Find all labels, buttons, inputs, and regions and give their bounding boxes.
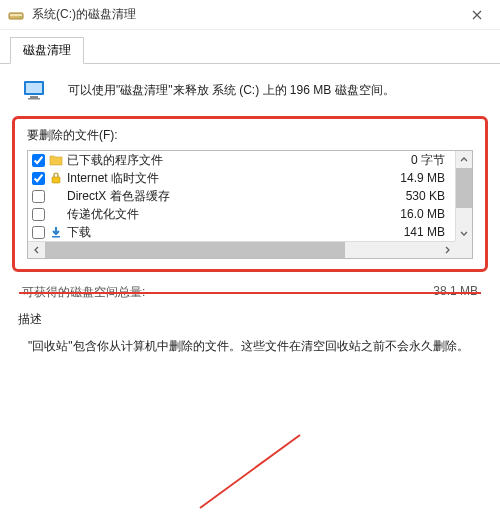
titlebar: 系统(C:)的磁盘清理 (0, 0, 500, 30)
reclaim-value: 38.1 MB (433, 284, 478, 301)
file-label: 传递优化文件 (67, 206, 400, 223)
file-checkbox[interactable] (32, 226, 45, 239)
annotation-arrow (190, 430, 310, 510)
file-label: 已下载的程序文件 (67, 152, 411, 169)
file-size: 141 MB (404, 225, 451, 239)
file-checkbox[interactable] (32, 172, 45, 185)
summary-row: 可以使用"磁盘清理"来释放 系统 (C:) 上的 196 MB 磁盘空间。 (0, 64, 500, 114)
file-size: 14.9 MB (400, 171, 451, 185)
svg-rect-1 (10, 14, 22, 16)
file-checkbox[interactable] (32, 154, 45, 167)
svg-rect-8 (52, 236, 60, 238)
close-button[interactable] (462, 0, 492, 30)
scroll-left-icon[interactable] (28, 242, 45, 258)
file-row[interactable]: 已下载的程序文件0 字节 (28, 151, 455, 169)
file-row[interactable]: 下载141 MB (28, 223, 455, 241)
file-list: 已下载的程序文件0 字节Internet 临时文件14.9 MBDirectX … (27, 150, 473, 259)
summary-text: 可以使用"磁盘清理"来释放 系统 (C:) 上的 196 MB 磁盘空间。 (68, 82, 395, 99)
folder-icon (49, 153, 63, 167)
scroll-right-icon[interactable] (438, 242, 455, 258)
vertical-scrollbar[interactable] (455, 151, 472, 241)
download-icon (49, 225, 63, 239)
reclaim-row: 可获得的磁盘空间总量: 38.1 MB (0, 278, 500, 305)
lock-icon (49, 171, 63, 185)
blank-icon (49, 207, 63, 221)
file-label: Internet 临时文件 (67, 170, 400, 187)
file-row[interactable]: Internet 临时文件14.9 MB (28, 169, 455, 187)
file-size: 530 KB (406, 189, 451, 203)
svg-rect-7 (52, 177, 60, 183)
description-label: 描述 (18, 311, 482, 328)
svg-rect-4 (26, 83, 42, 93)
svg-rect-6 (28, 98, 40, 100)
description-text: "回收站"包含你从计算机中删除的文件。这些文件在清空回收站之前不会永久删除。 (18, 336, 482, 356)
reclaim-label: 可获得的磁盘空间总量: (22, 284, 145, 301)
scroll-corner (455, 241, 472, 258)
horizontal-scrollbar[interactable] (28, 241, 455, 258)
files-label: 要删除的文件(F): (27, 127, 473, 144)
scroll-up-icon[interactable] (456, 151, 472, 168)
scroll-down-icon[interactable] (456, 224, 472, 241)
file-label: 下载 (67, 224, 404, 241)
tabbar: 磁盘清理 (0, 30, 500, 64)
tab-disk-cleanup[interactable]: 磁盘清理 (10, 37, 84, 64)
svg-line-9 (200, 435, 300, 508)
disk-cleanup-icon (22, 78, 50, 102)
file-checkbox[interactable] (32, 190, 45, 203)
file-label: DirectX 着色器缓存 (67, 188, 406, 205)
drive-icon (8, 7, 24, 23)
files-to-delete-section: 要删除的文件(F): 已下载的程序文件0 字节Internet 临时文件14.9… (12, 116, 488, 272)
scroll-thumb-vertical[interactable] (456, 168, 472, 208)
svg-rect-5 (30, 96, 38, 98)
blank-icon (49, 189, 63, 203)
window-title: 系统(C:)的磁盘清理 (32, 6, 462, 23)
file-row[interactable]: 传递优化文件16.0 MB (28, 205, 455, 223)
svg-point-2 (20, 16, 22, 18)
description-group: 描述 "回收站"包含你从计算机中删除的文件。这些文件在清空回收站之前不会永久删除… (18, 311, 482, 356)
file-size: 16.0 MB (400, 207, 451, 221)
file-size: 0 字节 (411, 152, 451, 169)
file-row[interactable]: DirectX 着色器缓存530 KB (28, 187, 455, 205)
scroll-thumb-horizontal[interactable] (45, 242, 345, 258)
file-checkbox[interactable] (32, 208, 45, 221)
